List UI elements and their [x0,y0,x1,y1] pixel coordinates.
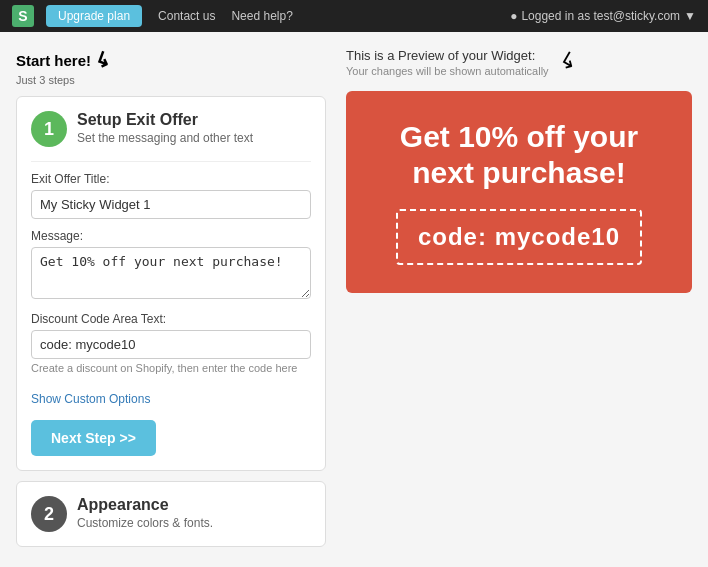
top-navigation: S Upgrade plan Contact us Need help? ● L… [0,0,708,32]
logo: S [12,5,34,27]
exit-offer-title-input[interactable] [31,190,311,219]
upgrade-button[interactable]: Upgrade plan [46,5,142,27]
step1-header: 1 Setup Exit Offer Set the messaging and… [31,111,311,147]
main-layout: Start here! ↳ Just 3 steps 1 Setup Exit … [0,32,708,567]
message-group: Message: Get 10% off your next purchase! [31,229,311,302]
message-textarea[interactable]: Get 10% off your next purchase! [31,247,311,299]
step1-circle: 1 [31,111,67,147]
step2-card: 2 Appearance Customize colors & fonts. [16,481,326,547]
step1-card: 1 Setup Exit Offer Set the messaging and… [16,96,326,471]
preview-header: This is a Preview of your Widget: Your c… [346,48,692,87]
step2-subtitle: Customize colors & fonts. [77,516,213,530]
preview-title-block: This is a Preview of your Widget: Your c… [346,48,549,87]
user-menu[interactable]: ● Logged in as test@sticky.com ▼ [510,9,696,23]
user-icon: ● [510,9,517,23]
widget-message-text: Get 10% off your next purchase! [366,119,672,191]
discount-code-label: Discount Code Area Text: [31,312,311,326]
widget-preview: Get 10% off your next purchase! code: my… [346,91,692,293]
start-here-subtext: Just 3 steps [16,74,326,86]
step2-circle: 2 [31,496,67,532]
contact-link[interactable]: Contact us [158,9,215,23]
start-here-heading: Start here! ↳ [16,48,326,72]
left-column: Start here! ↳ Just 3 steps 1 Setup Exit … [16,48,326,551]
user-label: Logged in as test@sticky.com [521,9,680,23]
preview-subtitle: Your changes will be shown automatically [346,65,549,77]
step2-title-block: Appearance Customize colors & fonts. [77,496,213,530]
discount-code-group: Discount Code Area Text: Create a discou… [31,312,311,374]
show-custom-options-link[interactable]: Show Custom Options [31,392,150,406]
discount-code-hint: Create a discount on Shopify, then enter… [31,362,311,374]
chevron-down-icon: ▼ [684,9,696,23]
exit-offer-title-label: Exit Offer Title: [31,172,311,186]
start-here-arrow-icon: ↳ [91,46,115,74]
nav-links: Contact us Need help? [158,9,293,23]
widget-code-box: code: mycode10 [396,209,642,265]
step1-subtitle: Set the messaging and other text [77,131,253,145]
exit-offer-title-group: Exit Offer Title: [31,172,311,219]
preview-arrow-icon: ↳ [553,45,582,77]
step1-title-block: Setup Exit Offer Set the messaging and o… [77,111,253,145]
right-column: This is a Preview of your Widget: Your c… [346,48,692,551]
help-link[interactable]: Need help? [231,9,292,23]
message-label: Message: [31,229,311,243]
preview-title: This is a Preview of your Widget: [346,48,549,63]
divider [31,161,311,162]
step2-content: 2 Appearance Customize colors & fonts. [31,496,311,532]
next-step-button[interactable]: Next Step >> [31,420,156,456]
discount-code-input[interactable] [31,330,311,359]
step1-title: Setup Exit Offer [77,111,253,129]
step2-title: Appearance [77,496,213,514]
